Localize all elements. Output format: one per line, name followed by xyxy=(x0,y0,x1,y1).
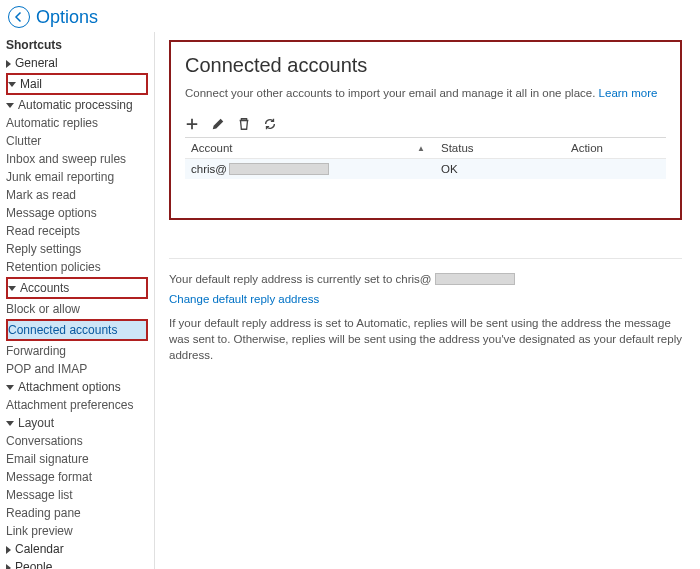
reply-note: If your default reply address is set to … xyxy=(169,315,682,363)
sidebar-attachment-prefs[interactable]: Attachment preferences xyxy=(6,396,154,414)
divider xyxy=(169,258,682,259)
sidebar-accounts[interactable]: Accounts xyxy=(8,279,146,297)
change-reply-link[interactable]: Change default reply address xyxy=(169,293,682,305)
sidebar-mail[interactable]: Mail xyxy=(8,75,146,93)
sidebar-reply-settings[interactable]: Reply settings xyxy=(6,240,154,258)
cell-status: OK xyxy=(435,159,565,179)
sidebar-email-signature[interactable]: Email signature xyxy=(6,450,154,468)
sidebar-general[interactable]: General xyxy=(6,54,154,72)
sidebar-inbox-rules[interactable]: Inbox and sweep rules xyxy=(6,150,154,168)
page-header: Options xyxy=(0,0,700,32)
sidebar-connected-accounts[interactable]: Connected accounts xyxy=(8,321,146,339)
delete-icon[interactable] xyxy=(237,117,251,131)
sidebar-layout[interactable]: Layout xyxy=(6,414,154,432)
sidebar: Shortcuts General Mail Automatic process… xyxy=(0,32,155,569)
reply-current-text: Your default reply address is currently … xyxy=(169,273,431,285)
cell-account: chris@ xyxy=(185,159,435,179)
main-content: Connected accounts Connect your other ac… xyxy=(155,32,700,569)
sidebar-forwarding[interactable]: Forwarding xyxy=(6,342,154,360)
sidebar-block-allow[interactable]: Block or allow xyxy=(6,300,154,318)
sidebar-retention[interactable]: Retention policies xyxy=(6,258,154,276)
sidebar-clutter[interactable]: Clutter xyxy=(6,132,154,150)
sidebar-auto-processing[interactable]: Automatic processing xyxy=(6,96,154,114)
account-prefix: chris@ xyxy=(191,163,227,175)
sidebar-reading-pane[interactable]: Reading pane xyxy=(6,504,154,522)
panel-description: Connect your other accounts to import yo… xyxy=(185,87,666,99)
sidebar-mark-read[interactable]: Mark as read xyxy=(6,186,154,204)
sidebar-shortcuts[interactable]: Shortcuts xyxy=(6,36,154,54)
sidebar-message-format[interactable]: Message format xyxy=(6,468,154,486)
accounts-table: Account▲ Status Action chris@ OK xyxy=(185,137,666,179)
back-icon[interactable] xyxy=(8,6,30,28)
default-reply-block: Your default reply address is currently … xyxy=(169,273,682,363)
sidebar-message-list[interactable]: Message list xyxy=(6,486,154,504)
sidebar-pop-imap[interactable]: POP and IMAP xyxy=(6,360,154,378)
col-account[interactable]: Account▲ xyxy=(185,138,435,158)
sidebar-read-receipts[interactable]: Read receipts xyxy=(6,222,154,240)
edit-icon[interactable] xyxy=(211,117,225,131)
connected-accounts-panel: Connected accounts Connect your other ac… xyxy=(169,40,682,220)
add-icon[interactable] xyxy=(185,117,199,131)
learn-more-link[interactable]: Learn more xyxy=(599,87,658,99)
sidebar-conversations[interactable]: Conversations xyxy=(6,432,154,450)
refresh-icon[interactable] xyxy=(263,117,277,131)
panel-desc-text: Connect your other accounts to import yo… xyxy=(185,87,599,99)
cell-action xyxy=(565,159,666,179)
redacted-reply-email xyxy=(435,273,515,285)
sort-icon: ▲ xyxy=(417,144,429,153)
col-status[interactable]: Status xyxy=(435,138,565,158)
page-title: Options xyxy=(36,7,98,28)
table-row[interactable]: chris@ OK xyxy=(185,159,666,179)
sidebar-message-options[interactable]: Message options xyxy=(6,204,154,222)
sidebar-auto-replies[interactable]: Automatic replies xyxy=(6,114,154,132)
sidebar-calendar[interactable]: Calendar xyxy=(6,540,154,558)
sidebar-junk-reporting[interactable]: Junk email reporting xyxy=(6,168,154,186)
panel-title: Connected accounts xyxy=(185,54,666,77)
table-header: Account▲ Status Action xyxy=(185,138,666,159)
toolbar xyxy=(185,115,666,137)
col-action[interactable]: Action xyxy=(565,138,666,158)
sidebar-link-preview[interactable]: Link preview xyxy=(6,522,154,540)
sidebar-attachment-options[interactable]: Attachment options xyxy=(6,378,154,396)
redacted-email xyxy=(229,163,329,175)
sidebar-people[interactable]: People xyxy=(6,558,154,569)
